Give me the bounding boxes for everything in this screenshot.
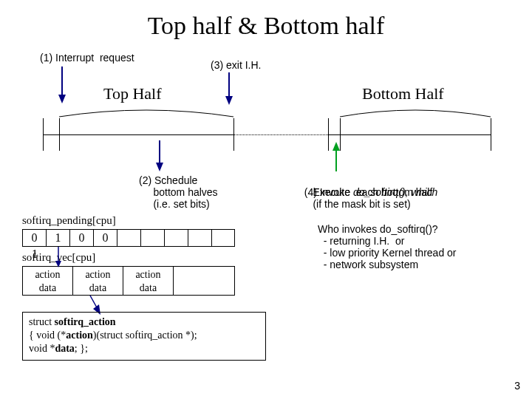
softirq-vec-box: actiondata actiondata actiondata xyxy=(22,266,235,296)
struct-line1: struct softirq_action xyxy=(29,316,259,329)
svg-marker-1 xyxy=(58,95,66,103)
arrow-2-down-icon xyxy=(155,140,164,171)
arrow-1-down-icon xyxy=(58,66,66,103)
struct-softirq-action-box: struct softirq_action { void (*action)(s… xyxy=(22,312,266,361)
heading-bottom-half: Bottom Half xyxy=(362,84,444,103)
timeline-solid-left xyxy=(43,134,233,135)
struct-line3: void *data; }; xyxy=(29,342,259,355)
vec-cell-0: actiondata xyxy=(23,267,73,295)
svg-marker-7 xyxy=(332,142,340,151)
arrow-4-up-icon xyxy=(331,142,341,171)
bit-0: 0 xyxy=(23,230,47,246)
who-line1: Who invokes do_softirq()? xyxy=(318,223,438,235)
bit-4 xyxy=(117,230,141,246)
bit-6 xyxy=(165,230,188,246)
tick-1 xyxy=(59,118,60,151)
softirq-pending-label: softirq_pending[cpu] xyxy=(22,214,116,227)
tick-5 xyxy=(491,118,491,151)
page-number: 3 xyxy=(514,380,520,392)
bit-7 xyxy=(188,230,212,246)
struct-line2: { void (*action)(struct softirq_action *… xyxy=(29,329,259,342)
label-4-line2: Execute each bottom half xyxy=(299,186,432,198)
bit-2: 0 xyxy=(70,230,94,246)
softirq-pending-box: 0 1 0 0 1 xyxy=(22,229,235,247)
arrow-bit-to-vec-icon xyxy=(53,247,64,267)
timeline-solid-right xyxy=(328,134,491,135)
timeline-dotted xyxy=(233,134,328,135)
label-4-line3: (if the mask bit is set) xyxy=(299,198,411,210)
label-1-interrupt-request: (1) Interrupt request xyxy=(40,52,134,64)
slide-title: Top half & Bottom half xyxy=(0,12,532,40)
span-top-half-icon xyxy=(59,108,233,118)
bit-5 xyxy=(141,230,165,246)
vec-cell-1: actiondata xyxy=(73,267,123,295)
who-line3: - low priority Kernel thread or xyxy=(318,247,457,259)
who-line2: - returning I.H. or xyxy=(318,235,404,247)
tick-3 xyxy=(328,118,329,151)
label-2-line1: (2) Schedule xyxy=(139,174,197,186)
arrow-3-down-icon xyxy=(225,72,233,105)
tick-0 xyxy=(43,118,44,151)
bit-1: 1 xyxy=(47,230,70,246)
label-2-line3: (i.e. set bits) xyxy=(139,198,210,210)
svg-marker-9 xyxy=(55,261,61,267)
bit-3: 0 xyxy=(94,230,117,246)
who-line4: - network subsystem xyxy=(318,259,418,270)
svg-marker-5 xyxy=(156,163,163,171)
vec-cell-2: actiondata xyxy=(123,267,174,295)
heading-top-half: Top Half xyxy=(103,84,162,103)
label-3-exit-ih: (3) exit I.H. xyxy=(211,59,261,71)
span-bottom-half-icon xyxy=(340,108,491,118)
label-2-line2: bottom halves xyxy=(139,186,218,198)
tick-2 xyxy=(233,118,234,151)
svg-marker-3 xyxy=(225,96,233,105)
